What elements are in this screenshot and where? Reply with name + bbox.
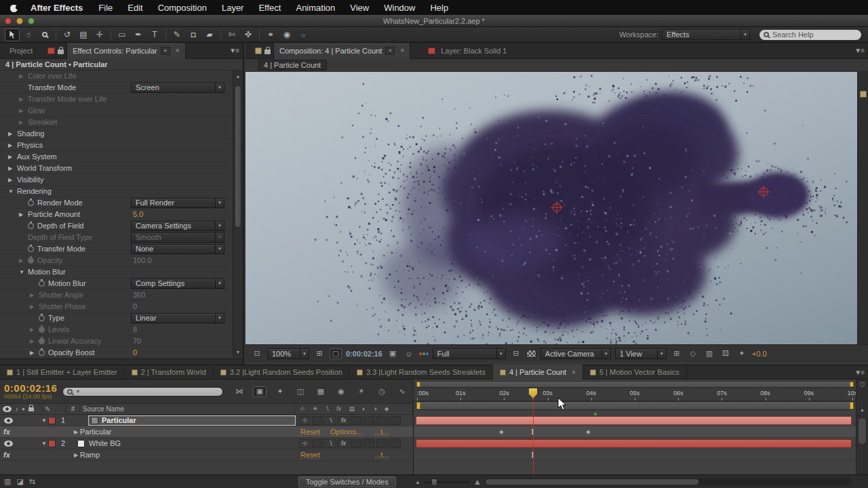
roto-brush-tool-icon[interactable]: ✄	[224, 28, 239, 41]
twirl-icon[interactable]: ▶	[19, 258, 28, 264]
expand-inout-icon[interactable]: ⇆	[29, 478, 35, 485]
show-channels-icon[interactable]	[419, 352, 429, 355]
menu-view[interactable]: View	[342, 0, 376, 15]
menu-window[interactable]: Window	[376, 0, 422, 15]
twirl-icon[interactable]: ▶	[19, 108, 28, 114]
stopwatch-icon[interactable]	[39, 281, 45, 287]
selection-tool-icon[interactable]	[5, 28, 20, 41]
twirl-icon[interactable]: ▶	[30, 327, 39, 333]
work-area-start-handle[interactable]	[416, 402, 420, 409]
pen-tool-icon[interactable]: ✒	[131, 28, 146, 41]
source-name-header[interactable]: Source Name	[80, 404, 295, 414]
property-row-motion-blur[interactable]: Motion BlurComp Settings▼	[0, 278, 232, 289]
property-row-opacity[interactable]: ▶Opacity100.0	[0, 255, 232, 266]
panel-menu-icon[interactable]: ▼≡	[854, 47, 864, 54]
property-row-render-mode[interactable]: Render ModeFull Render▼	[0, 197, 232, 209]
quality-switch-icon[interactable]: ∖	[325, 416, 336, 425]
twirl-icon[interactable]: ▼	[40, 418, 48, 424]
dropdown-render-mode[interactable]: Full Render▼	[131, 198, 224, 208]
stopwatch-icon[interactable]	[28, 200, 34, 206]
timeline-tab-4-particle-count[interactable]: 4 | Particle Count×	[493, 365, 583, 380]
property-row-transfer-mode-over-life[interactable]: ▶Transfer Mode over Life	[0, 94, 232, 105]
property-value[interactable]: 360	[133, 291, 145, 299]
property-value[interactable]: 5.0	[133, 210, 143, 218]
property-row-visibility[interactable]: ▶Visibility	[0, 174, 232, 186]
menu-animation[interactable]: Animation	[288, 0, 342, 15]
stopwatch-icon[interactable]	[39, 338, 45, 344]
stopwatch-icon[interactable]	[39, 315, 45, 321]
property-value[interactable]: 0	[133, 302, 137, 310]
work-area-end-handle[interactable]	[850, 402, 854, 409]
scrollbar-thumb[interactable]	[486, 479, 698, 485]
timeline-button-icon[interactable]: ▥	[703, 348, 715, 359]
eraser-tool-icon[interactable]: ▰	[202, 28, 217, 41]
effect-reset-link[interactable]: Reset	[300, 428, 320, 436]
layer-switches[interactable]: ⊹ ∖ fx	[296, 438, 414, 449]
navigator-end-handle[interactable]	[850, 382, 854, 387]
dropdown-depth-of-field-type[interactable]: Smooth▼	[131, 232, 224, 243]
motion-blur-icon[interactable]: ◉	[334, 386, 348, 397]
property-row-rendering[interactable]: ▼Rendering	[0, 186, 232, 197]
lock-icon[interactable]	[264, 49, 271, 54]
timeline-tab-3-3-light-random-seeds-streaklets[interactable]: 3.3 |Light Random Seeds Streaklets	[350, 365, 493, 380]
transparency-grid-icon[interactable]	[526, 350, 536, 358]
frame-blend-icon[interactable]: ▦	[314, 386, 328, 397]
property-row-particle-amount[interactable]: ▶Particle Amount5.0	[0, 209, 232, 220]
label-color-chip[interactable]	[48, 440, 56, 447]
property-row-shutter-phase[interactable]: ▶Shutter Phase0	[0, 301, 232, 312]
safe-margins-icon[interactable]: ⊞	[313, 348, 326, 359]
layer-switches[interactable]: ⊹ ∖ fx	[296, 415, 414, 426]
expand-switches-icon[interactable]: ▥	[4, 478, 11, 485]
zoom-in-icon[interactable]: ▲	[473, 477, 481, 487]
twirl-icon[interactable]: ▶	[72, 429, 80, 435]
close-tab-icon[interactable]: ×	[400, 47, 404, 54]
property-row-shutter-angle[interactable]: ▶Shutter Angle360	[0, 289, 232, 301]
dropdown-type[interactable]: Linear▼	[131, 313, 224, 323]
scrollbar-thumb[interactable]	[235, 85, 241, 228]
grid-guides-icon[interactable]: ⊞	[671, 348, 683, 359]
layer-bar-particular[interactable]	[416, 416, 852, 425]
scroll-up-icon[interactable]: ▲	[856, 407, 868, 412]
fx-switch-icon[interactable]: fx	[338, 439, 349, 448]
resolution-dropdown[interactable]: Full▼	[433, 348, 506, 359]
property-row-shading[interactable]: ▶Shading	[0, 128, 232, 140]
scroll-down-icon[interactable]: ▼	[233, 348, 243, 357]
viewer-timecode[interactable]: 0:00:02:16	[346, 350, 382, 358]
effect-name[interactable]: Particular	[80, 428, 111, 436]
exposure-icon[interactable]: ✦	[736, 348, 748, 359]
show-snapshot-icon[interactable]: ☺	[403, 348, 415, 359]
type-tool-icon[interactable]: T	[147, 28, 162, 41]
hand-tool-icon[interactable]: ☝	[21, 28, 36, 41]
stopwatch-icon[interactable]	[39, 327, 45, 333]
twirl-icon[interactable]: ▶	[19, 73, 28, 79]
effect-row-ramp[interactable]: fx ▶ Ramp Reset ...t...	[0, 449, 413, 461]
graph-editor-icon[interactable]: ∿	[395, 386, 409, 397]
twirl-icon[interactable]: ▶	[8, 165, 17, 171]
label-color-chip[interactable]	[48, 417, 56, 424]
brush-tool-icon[interactable]: ✎	[170, 28, 184, 41]
mini-flowchart-icon[interactable]: ⋈	[233, 386, 246, 397]
brainstorm-icon[interactable]: ☀	[355, 386, 368, 397]
property-row-aux-system[interactable]: ▶Aux System	[0, 151, 232, 163]
panel-menu-icon[interactable]: ▼≡	[854, 369, 864, 376]
time-navigator-bar[interactable]	[416, 381, 854, 388]
composition-breadcrumb[interactable]: 4 | Particle Count	[258, 60, 327, 70]
property-row-transfer-mode[interactable]: Transfer ModeScreen▼	[0, 82, 232, 94]
effect-controls-scrollbar[interactable]: ▲ ▼	[233, 70, 243, 359]
effect-name[interactable]: Ramp	[80, 451, 100, 459]
live-update-icon[interactable]: ▣	[253, 386, 267, 397]
pixel-aspect-icon[interactable]: ◇	[687, 348, 699, 359]
region-of-interest-icon[interactable]: ▢	[330, 348, 342, 359]
horizontal-scrollbar[interactable]	[484, 479, 852, 485]
twirl-icon[interactable]: ▶	[72, 452, 80, 458]
rotate-tool-icon[interactable]: ↺	[60, 28, 75, 41]
effect-anim-link[interactable]: ...t...	[374, 451, 389, 460]
layer-row-white-bg[interactable]: ▼ 2 White BG ⊹ ∖ fx	[0, 438, 413, 449]
dim-tool2-icon[interactable]: ⌔	[296, 28, 311, 41]
timeline-zoom-control[interactable]: ▲ ▲	[415, 477, 481, 487]
property-row-levels[interactable]: ▶Levels8	[0, 324, 232, 336]
timeline-tab-2-transform-world[interactable]: 2 | Transform World	[125, 365, 214, 380]
twirl-icon[interactable]: ▶	[8, 154, 17, 160]
quality-switch-icon[interactable]: ∖	[325, 439, 336, 448]
stopwatch-icon[interactable]	[39, 350, 45, 356]
